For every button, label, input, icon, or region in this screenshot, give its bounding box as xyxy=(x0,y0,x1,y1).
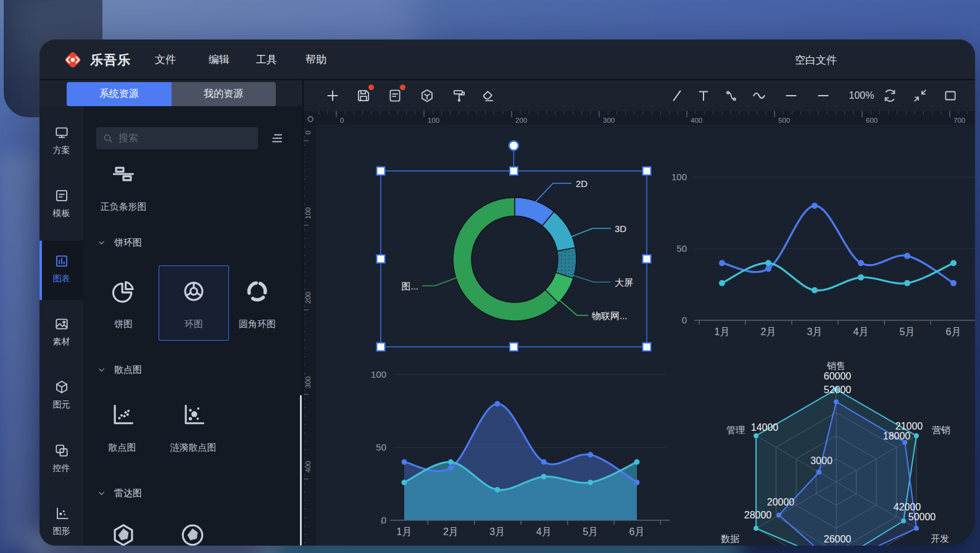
rounded-donut-icon xyxy=(244,278,271,305)
svg-text:2月: 2月 xyxy=(443,526,459,537)
chart-library-item-饼图[interactable]: 饼图 xyxy=(89,278,157,330)
donut-chart[interactable]: 2D3D大屏物联网...图... xyxy=(401,178,633,321)
posneg-bar-icon xyxy=(110,160,137,188)
cube-icon xyxy=(54,379,70,395)
app-window: 乐吾乐 文件编辑工具帮助 空白文件 系统资源我的资源 方案模板图表素材图元控件图… xyxy=(39,40,975,546)
selection-handle[interactable] xyxy=(377,343,385,351)
selection-handle[interactable] xyxy=(643,343,651,351)
radar-value-label: 3000 xyxy=(810,455,833,466)
selection-handle[interactable] xyxy=(643,255,651,263)
vertical-ruler: 0100200300400 xyxy=(302,125,316,546)
sidebar-item-控件[interactable]: 控件 xyxy=(39,443,83,491)
svg-text:700: 700 xyxy=(953,117,965,124)
eraser-button[interactable] xyxy=(480,88,496,104)
svg-text:100: 100 xyxy=(428,117,439,124)
chart-library-item-涟漪散点图[interactable]: 涟漪散点图 xyxy=(159,401,227,454)
svg-text:3月: 3月 xyxy=(489,526,505,537)
menu-item-1[interactable]: 文件 xyxy=(155,52,176,67)
ripple-scatter-icon xyxy=(180,401,207,428)
tab-my-resources[interactable]: 我的资源 xyxy=(172,82,276,106)
selection-handle[interactable] xyxy=(510,167,518,175)
line-icon xyxy=(783,95,799,106)
radar-value-label: 28000 xyxy=(744,510,772,520)
radar-axis-label: 营销 xyxy=(932,425,950,435)
donut-label: 3D xyxy=(615,223,626,234)
format-painter-button[interactable] xyxy=(451,88,467,104)
radar-value-label: 26000 xyxy=(824,534,852,544)
chart-library-item-环图[interactable]: 环图 xyxy=(160,278,228,330)
pen-library-button[interactable] xyxy=(419,88,435,104)
preview-window-button[interactable] xyxy=(942,88,958,104)
rotate-handle[interactable] xyxy=(509,141,518,151)
zoom-level[interactable]: 100% xyxy=(849,90,874,101)
svg-text:5月: 5月 xyxy=(583,526,598,537)
area-chart[interactable]: 0501001月2月3月4月5月6月 xyxy=(371,369,670,537)
panel-canvas-divider xyxy=(302,80,304,546)
chart-library-item-radar-hex-icon[interactable] xyxy=(89,522,157,546)
sidebar-item-模板[interactable]: 模板 xyxy=(39,188,83,236)
svg-text:400: 400 xyxy=(691,117,702,124)
connector-button[interactable] xyxy=(723,88,739,104)
shape-icon xyxy=(54,505,70,522)
resource-tabs: 系统资源我的资源 xyxy=(67,82,276,106)
chart-library-item-散点图[interactable]: 散点图 xyxy=(88,401,156,454)
sidebar-item-图形[interactable]: 图形 xyxy=(39,505,83,546)
section-header-散点图[interactable]: 散点图 xyxy=(97,364,142,376)
menu-item-3[interactable]: 工具 xyxy=(256,52,277,67)
ruler-origin[interactable] xyxy=(302,111,316,125)
sidebar-item-图元[interactable]: 图元 xyxy=(39,379,83,427)
doc-icon xyxy=(387,95,403,106)
canvas[interactable]: 2D3D大屏物联网...图...0501001月2月3月4月5月6月050100… xyxy=(316,125,975,546)
radar-value-label: 60000 xyxy=(824,371,852,381)
selection-handle[interactable] xyxy=(377,255,385,263)
sidebar-item-图表[interactable]: 图表 xyxy=(39,253,83,301)
app-logo-icon[interactable] xyxy=(62,49,84,71)
selection-handle[interactable] xyxy=(377,167,385,175)
svg-text:1月: 1月 xyxy=(397,526,412,537)
radar-axis-label: 开发 xyxy=(931,533,949,544)
menu-item-4[interactable]: 帮助 xyxy=(305,52,326,67)
chart-library-item-radar-circle-icon[interactable] xyxy=(159,522,226,546)
line2-icon xyxy=(815,95,831,106)
svg-text:500: 500 xyxy=(778,117,790,124)
selection-handle[interactable] xyxy=(643,167,651,175)
sidebar-item-方案[interactable]: 方案 xyxy=(39,125,83,173)
draw-line-button[interactable] xyxy=(669,88,685,104)
reset-zoom-button[interactable] xyxy=(882,88,898,104)
svg-text:300: 300 xyxy=(304,376,312,388)
svg-text:3月: 3月 xyxy=(807,326,823,337)
list-view-icon[interactable] xyxy=(270,131,284,146)
donut-icon xyxy=(180,278,207,305)
fit-view-button[interactable] xyxy=(912,88,928,104)
line-chart[interactable]: 0501001月2月3月4月5月6月 xyxy=(671,172,975,337)
radar-chart[interactable]: 销售6000052000营销2100018000开发42000500002600… xyxy=(721,360,950,546)
search-box[interactable] xyxy=(96,127,258,149)
selection-handle[interactable] xyxy=(510,343,518,351)
line-plain-button[interactable] xyxy=(815,88,831,104)
section-header-饼环图[interactable]: 饼环图 xyxy=(97,237,142,249)
tab-system-resources[interactable]: 系统资源 xyxy=(67,82,172,106)
curve-button[interactable] xyxy=(751,88,767,104)
slash-icon xyxy=(669,95,685,106)
panel-scrollbar[interactable] xyxy=(300,395,302,546)
svg-text:0: 0 xyxy=(682,315,687,325)
section-header-雷达图[interactable]: 雷达图 xyxy=(97,488,142,499)
svg-text:100: 100 xyxy=(371,369,386,380)
sidebar-item-素材[interactable]: 素材 xyxy=(39,316,83,364)
svg-text:6月: 6月 xyxy=(629,526,645,537)
line-solid-button[interactable] xyxy=(783,88,799,104)
sidebar-rail: 方案模板图表素材图元控件图形 xyxy=(39,106,83,546)
search-input[interactable] xyxy=(118,133,252,144)
svg-text:200: 200 xyxy=(304,292,312,304)
chart-library-item-正负条形图[interactable]: 正负条形图 xyxy=(89,160,157,213)
file-manage-button[interactable] xyxy=(387,88,403,104)
save-button[interactable] xyxy=(355,88,372,104)
add-button[interactable] xyxy=(325,88,341,104)
svg-text:600: 600 xyxy=(866,117,878,124)
menu-item-2[interactable]: 编辑 xyxy=(209,52,230,67)
pie-icon xyxy=(110,278,137,305)
widget-icon xyxy=(54,443,70,459)
document-title[interactable]: 空白文件 xyxy=(795,53,837,67)
text-button[interactable] xyxy=(696,88,712,104)
chart-library-item-圆角环图[interactable]: 圆角环图 xyxy=(223,278,291,330)
